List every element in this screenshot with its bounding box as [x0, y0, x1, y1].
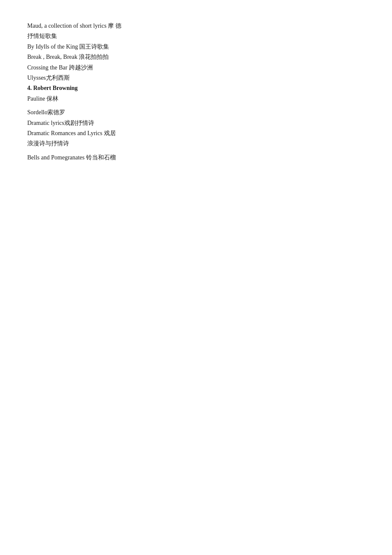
text-line-0: Maud, a collection of short lyrics 摩 德 — [27, 21, 360, 31]
text-line-6: 4. Robert Browning — [27, 84, 360, 93]
text-line-9: Sordello索德罗 — [27, 108, 360, 117]
text-line-7: Pauline 保林 — [27, 94, 360, 104]
text-line-10: Dramatic lyrics戏剧抒情诗 — [27, 119, 360, 128]
text-line-3: Break , Break, Break 浪花拍拍拍 — [27, 52, 360, 62]
main-content: Maud, a collection of short lyrics 摩 德抒情… — [27, 21, 360, 162]
text-line-11: Dramatic Romances and Lyrics 戏居 — [27, 129, 360, 138]
text-line-14: Bells and Pomegranates 铃当和石榴 — [27, 153, 360, 162]
text-line-12: 浪漫诗与抒情诗 — [27, 139, 360, 148]
text-line-2: By Idylls of the King 国王诗歌集 — [27, 42, 360, 52]
spacer-line — [27, 104, 360, 108]
text-line-1: 抒情短歌集 — [27, 32, 360, 41]
text-line-5: Ulysses尤利西斯 — [27, 73, 360, 83]
text-line-4: Crossing the Bar 跨越沙洲 — [27, 63, 360, 72]
spacer-line — [27, 150, 360, 153]
